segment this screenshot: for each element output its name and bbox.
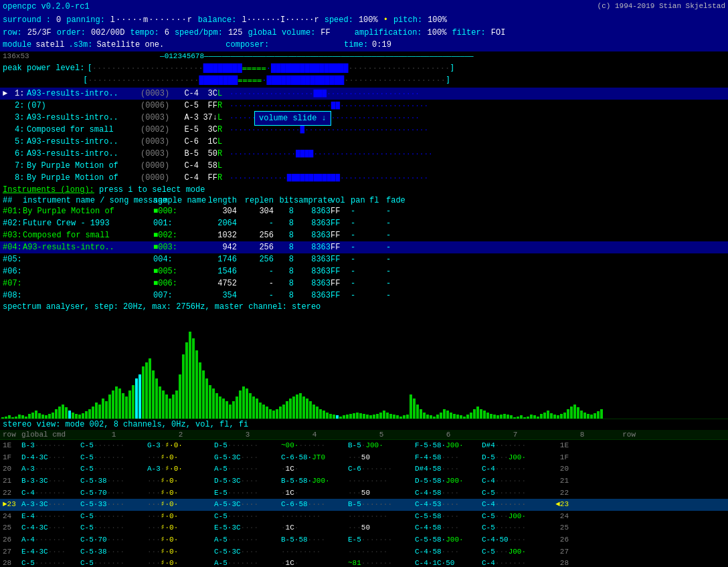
spectrum-bar	[567, 409, 569, 419]
pattern-row[interactable]: 22 C-4······· C-5·70···· ···♯·0· E-5····…	[0, 487, 728, 499]
spectrum-bar	[560, 414, 563, 419]
inst-row[interactable]: #02: Future Crew - 1993 001: 2064 - 8 83…	[0, 217, 728, 229]
spectrum-bar	[483, 411, 486, 419]
spectrum-bar	[232, 401, 235, 419]
pat-header-row: row	[3, 431, 21, 439]
spectrum-bar	[282, 405, 285, 419]
peak-label-row: peak power level: [·····················…	[3, 62, 725, 74]
peak-bar-2-row: [·······················████████=====·██…	[3, 74, 725, 86]
track-row[interactable]: 4: Composed for small (0002) E-5 3C R ··…	[0, 124, 728, 136]
pattern-row[interactable]: 1F D-4·3C···· C-5······· ···♯·0· G-5·3C·…	[0, 452, 728, 464]
peak-label: peak power level:	[3, 62, 84, 74]
inst-row[interactable]: #07: ■006: 4752 - 8 8363 FF - -	[0, 277, 728, 290]
track-row[interactable]: 6: A93-results-intro.. (0003) B-5 50 R ·…	[0, 148, 728, 160]
spectrum-bar	[72, 413, 74, 419]
spectrum-bar	[182, 354, 185, 419]
inst-row[interactable]: #01: By Purple Motion of ■000: 304 304 8…	[0, 205, 728, 217]
spectrum-bar	[343, 415, 345, 419]
spectrum-bar	[215, 393, 218, 419]
spectrum-bar	[316, 407, 318, 419]
spectrum-bar	[92, 407, 94, 419]
gvol-value: FF	[321, 27, 330, 39]
spectrum-bar	[139, 374, 141, 419]
spectrum-bar	[553, 415, 556, 419]
track-row[interactable]: 8: By Purple Motion of (0000) C-4 FF R ·…	[0, 172, 728, 184]
spectrum-bar	[594, 413, 596, 419]
spectrum-bar	[423, 413, 426, 419]
inst-row[interactable]: #04: A93-results-intro.. ■003: 942 256 8…	[0, 241, 728, 253]
inst-row[interactable]: #08: 007: 354 - 8 8363 FF - -	[0, 290, 728, 302]
spectrum-bar	[185, 342, 188, 419]
time-label: time:	[344, 39, 368, 51]
inst-row[interactable]: #03: Composed for small ■002: 1032 256 8…	[0, 229, 728, 241]
pattern-row[interactable]: 21 B-3·3C···· C-5·38···· ···♯·0· D-5·3C·…	[0, 475, 728, 487]
surround-value: 0	[56, 15, 61, 26]
spectrum-bar	[88, 409, 91, 419]
spectrum-bar	[132, 385, 134, 419]
pat-header-5: 5	[348, 431, 415, 439]
spectrum-bar	[420, 409, 422, 419]
spectrum-bar	[279, 407, 282, 419]
spectrum-bar	[302, 396, 305, 419]
spectrum-bar	[172, 394, 175, 419]
spectrum-bar	[353, 413, 355, 419]
surround-label: surround :	[3, 15, 51, 26]
gvol-label: global volume:	[248, 27, 316, 39]
pattern-row[interactable]: 26 A-4······· C-5·70···· ···♯·0· A-5····…	[0, 534, 728, 546]
spectrum-bar	[155, 378, 158, 419]
spectrum-bar	[510, 415, 513, 419]
track-row[interactable]: 3: A93-results-intro.. (0003) A-3 37↓ L …	[0, 112, 728, 124]
module-name: satell	[35, 39, 64, 51]
pattern-row[interactable]: 25 C-4·3C···· C-5······· ···♯·0· E-5·3C·…	[0, 522, 728, 534]
inst-table-header: ## instrument name / song message sample…	[0, 196, 728, 205]
module-label: module	[3, 39, 31, 51]
spectrum-bar	[145, 362, 148, 419]
spectrum-bar	[48, 414, 51, 419]
instruments-hint: press i to select mode	[99, 185, 205, 195]
balance-value: l·······I······r	[242, 15, 318, 26]
spectrum-bar	[269, 409, 272, 419]
spectrum-bar	[570, 407, 573, 419]
spectrum-bar	[369, 415, 372, 419]
pattern-row[interactable]: 1E B-3······· C-5······· G-3·♯·0· D-5···…	[0, 440, 728, 452]
pat-header-gcmd: global cmd	[21, 431, 80, 439]
pattern-row[interactable]: 24 E-4······· C-5······· ···♯·0· C-5····…	[0, 511, 728, 523]
spectrum-bar	[580, 411, 583, 419]
pattern-row-current[interactable]: ►23 A-3·3C···· C-5·33···· ···♯·0· A-5·3C…	[0, 499, 728, 511]
filter-value: FOI	[491, 27, 506, 39]
spectrum-bar	[520, 415, 523, 419]
time-value: 0:19	[372, 39, 391, 51]
order-label: order:	[57, 27, 86, 39]
spectrum-bar	[329, 414, 332, 419]
spectrum-bar	[25, 417, 27, 419]
track-row[interactable]: 2: (07) (0006) C-5 FF R ················…	[0, 100, 728, 112]
stereo-label: stereo view: mode 002, 8 channels, 0Hz, …	[0, 419, 728, 430]
instruments-link[interactable]: Instruments_(long):	[3, 185, 94, 195]
spectrum-area	[0, 312, 728, 419]
spectrum-bar	[128, 390, 131, 419]
instruments-row: Instruments_(long): press i to select mo…	[0, 184, 728, 196]
spectrum-bar	[259, 403, 262, 419]
pattern-body: 1E B-3······· C-5······· G-3·♯·0· D-5···…	[0, 440, 728, 567]
spectrum-bars	[0, 312, 728, 419]
pattern-row[interactable]: 27 E-4·3C···· C-5·38···· ···♯·0· C-5·3C·…	[0, 546, 728, 558]
inst-row[interactable]: #05: 004: 1746 256 8 8363 FF - -	[0, 253, 728, 265]
pattern-row[interactable]: 20 A-3······· C-5······· A-3·♯·0· A-5···…	[0, 463, 728, 475]
spectrum-bar	[333, 415, 335, 419]
spectrum-bar	[436, 415, 439, 419]
spectrum-bar	[500, 415, 503, 419]
spectrum-bar	[359, 413, 362, 419]
pattern-row[interactable]: 28 C-5······· C-5······· ···♯·0· A-5····…	[0, 558, 728, 567]
track-row[interactable]: ► 1: A93-results-intro.. (0003) C-4 3C L…	[0, 88, 728, 100]
pat-header-2: 2	[147, 431, 214, 439]
track-row[interactable]: 7: By Purple Motion of (0000) C-4 58 L	[0, 160, 728, 172]
inst-col-num: ##	[3, 196, 23, 205]
tempo-value: 6	[165, 27, 169, 39]
pat-header-row-end: row	[616, 431, 636, 439]
inst-row[interactable]: #06: ■005: 1546 - 8 8363 FF - -	[0, 265, 728, 277]
spectrum-bar	[149, 358, 151, 419]
track-row[interactable]: 5: A93-results-intro.. (0003) C-6 1C L	[0, 136, 728, 148]
spectrum-bar	[463, 417, 466, 419]
spectrum-bar	[262, 405, 265, 419]
spdbpm-value: 125	[228, 27, 243, 39]
